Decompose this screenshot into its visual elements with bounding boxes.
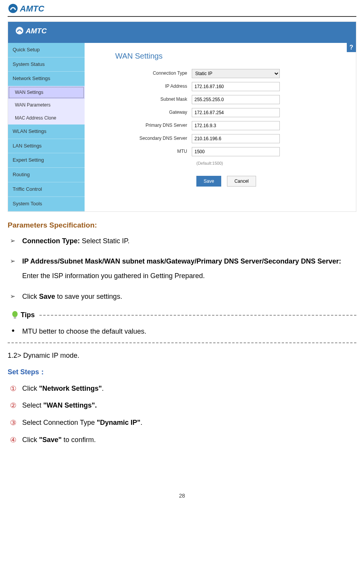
svg-text:AMTC: AMTC [20,4,45,13]
spec-list: Connection Type: Select Static IP. IP Ad… [10,236,356,302]
dash-line-icon [39,315,356,316]
spec-item-2: IP Address/Subnet Mask/WAN subnet mask/G… [10,254,356,283]
step-3-num: ③ [10,417,16,429]
svg-point-1 [8,4,18,13]
label-mtu: MTU [100,148,192,155]
step-1-post: . [102,385,104,392]
step-2: ② Select "WAN Settings". [10,400,356,411]
lightbulb-icon [11,311,18,320]
spec-3-bold: Save [39,293,55,300]
page-header-logo: AMTC [8,0,356,17]
svg-point-5 [12,311,18,317]
sidebar-item-expert-setting[interactable]: Expert Setting [8,153,85,168]
tips-row: Tips [11,310,356,321]
page-number: 28 [8,491,356,500]
label-gateway: Gateway [100,109,192,116]
router-admin-screenshot: AMTC Quick Setup System Status Network S… [8,21,356,212]
step-3-post: . [140,419,142,426]
input-ip-address[interactable] [192,82,280,91]
step-4-post: to confirm. [62,436,96,444]
amtc-logo-icon: AMTC [8,3,69,14]
label-primary-dns: Primary DNS Server [100,122,192,129]
input-subnet-mask[interactable] [192,95,280,104]
tips-list: MTU better to choose the default values. [10,326,356,337]
label-subnet-mask: Subnet Mask [100,96,192,103]
step-4: ④ Click "Save" to confirm. [10,434,356,446]
amtc-logo-white-icon: AMTC [15,26,69,36]
step-4-num: ④ [10,434,16,446]
step-1-bold: "Network Settings" [39,385,102,392]
sidebar-item-wlan-settings[interactable]: WLAN Settings [8,124,85,139]
sidebar-item-routing[interactable]: Routing [8,168,85,182]
sidebar-item-system-tools[interactable]: System Tools [8,197,85,211]
select-connection-type[interactable]: Static IP [192,69,280,78]
mtu-default-note: (Default:1500) [196,160,345,167]
sidebar-item-quick-setup[interactable]: Quick Setup [8,43,85,57]
step-3-pre: Select Connection Type [22,419,97,426]
step-2-bold: "WAN Settings". [43,401,97,409]
spec-item-3: Click Save to save your settings. [10,291,356,302]
step-1-num: ① [10,383,16,395]
sidebar-item-system-status[interactable]: System Status [8,57,85,72]
tips-item-1: MTU better to choose the default values. [10,326,356,337]
step-3: ③ Select Connection Type "Dynamic IP". [10,417,356,428]
save-button[interactable]: Save [196,176,221,187]
step-2-num: ② [10,400,16,411]
sidebar-item-network-settings[interactable]: Network Settings [8,72,85,86]
step-4-pre: Click [22,436,39,444]
svg-rect-6 [14,317,16,319]
parameters-spec-heading: Parameters Specification: [8,219,356,231]
sidebar-sub-wan-parameters[interactable]: WAN Parameters [8,99,85,111]
spec-2-bold: IP Address/Subnet Mask/WAN subnet mask/G… [22,257,341,265]
router-header-bar: AMTC [8,22,356,43]
subsection-dynamic-ip: 1.2> Dynamic IP mode. [8,350,356,361]
spec-1-text: Select Static IP. [80,237,130,245]
sidebar-sub-mac-clone[interactable]: MAC Address Clone [8,112,85,124]
input-primary-dns[interactable] [192,121,280,130]
router-sidebar: Quick Setup System Status Network Settin… [8,43,85,211]
step-1: ① Click "Network Settings". [10,383,356,394]
input-gateway[interactable] [192,108,280,117]
input-secondary-dns[interactable] [192,134,280,143]
dash-line-icon [8,342,356,343]
panel-title: WAN Settings [115,50,345,62]
spec-2-text: Enter the ISP information you gathered i… [22,272,205,280]
tips-label: Tips [21,310,35,321]
spec-3-post: to save your settings. [55,293,122,300]
help-icon[interactable]: ? [347,43,356,52]
label-secondary-dns: Secondary DNS Server [100,135,192,142]
sidebar-sub-wan-settings[interactable]: WAN Settings [8,86,85,99]
spec-3-pre: Click [22,293,39,300]
sidebar-item-traffic-control[interactable]: Triffic Control [8,182,85,197]
svg-text:AMTC: AMTC [25,27,47,35]
router-panel: ? WAN Settings Connection Type Static IP… [89,43,356,211]
step-3-bold: "Dynamic IP" [97,419,140,426]
svg-point-3 [16,27,23,34]
steps-list: ① Click "Network Settings". ② Select "WA… [10,383,356,446]
sidebar-item-lan-settings[interactable]: LAN Settings [8,139,85,154]
step-4-bold: "Save" [39,436,62,444]
label-connection-type: Connection Type [100,70,192,77]
input-mtu[interactable] [192,147,280,156]
step-1-pre: Click [22,385,39,392]
spec-item-1: Connection Type: Select Static IP. [10,236,356,247]
cancel-button[interactable]: Cancel [227,176,256,187]
step-2-pre: Select [22,401,43,409]
set-steps-heading: Set Steps： [8,367,356,378]
label-ip-address: IP Address [100,83,192,90]
spec-1-bold: Connection Type: [22,237,80,245]
